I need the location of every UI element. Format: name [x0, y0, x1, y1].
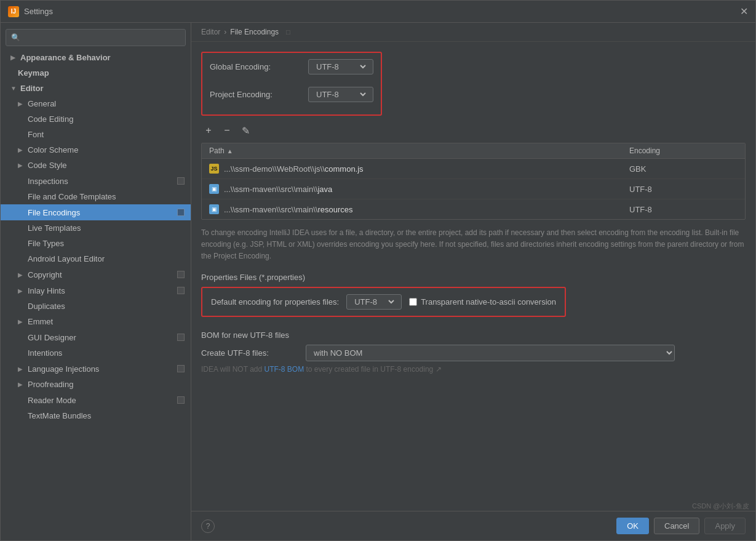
- sidebar-item-language-injections[interactable]: ▶ Language Injections: [1, 361, 191, 377]
- add-button[interactable]: +: [201, 123, 216, 138]
- sidebar-item-duplicates[interactable]: Duplicates: [1, 299, 191, 314]
- folder-icon: ▣: [209, 204, 219, 214]
- bom-row: Create UTF-8 files: with NO BOM with BOM: [201, 345, 746, 361]
- sidebar-item-file-code-templates[interactable]: File and Code Templates: [1, 189, 191, 204]
- search-box[interactable]: 🔍: [6, 29, 186, 46]
- panel-content: Global Encoding: UTF-8 GBK ISO-8859-1 Pr…: [191, 42, 755, 511]
- remove-button[interactable]: −: [220, 123, 234, 138]
- default-encoding-row: Default encoding for properties files: U…: [211, 294, 556, 310]
- badge-icon: [176, 270, 186, 279]
- global-encoding-dropdown[interactable]: UTF-8 GBK ISO-8859-1: [314, 62, 368, 72]
- column-header-path[interactable]: Path ▲: [202, 143, 622, 158]
- sidebar-item-font[interactable]: Font: [1, 127, 191, 142]
- default-encoding-label: Default encoding for properties files:: [211, 297, 339, 307]
- sidebar-item-intentions[interactable]: Intentions: [1, 345, 191, 361]
- sidebar-item-keymap[interactable]: Keymap: [1, 65, 191, 81]
- badge-icon: [176, 364, 186, 374]
- breadcrumb-icon: □: [286, 28, 290, 36]
- path-text: ...\\ssm-demo\\WebRoot\\js\\common.js: [224, 164, 364, 174]
- title-bar-left: IJ Settings: [8, 6, 53, 17]
- app-icon: IJ: [8, 6, 19, 17]
- sidebar-item-appearance[interactable]: ▶ Appearance & Behavior: [1, 50, 191, 65]
- path-text: ...\\ssm-maven\\src\\main\\resources: [224, 205, 353, 214]
- global-encoding-label: Global Encoding:: [210, 62, 308, 71]
- transparent-label[interactable]: Transparent native-to-ascii conversion: [421, 297, 556, 307]
- badge-icon: [176, 395, 186, 405]
- expand-icon: ▶: [18, 381, 25, 388]
- default-encoding-select[interactable]: UTF-8 GBK: [346, 294, 402, 310]
- sidebar-item-textmate[interactable]: TextMate Bundles: [1, 408, 191, 423]
- ok-button[interactable]: OK: [616, 518, 649, 534]
- table-row[interactable]: ▣ ...\\ssm-maven\\src\\main\\resources U…: [202, 199, 745, 219]
- expand-icon: ▶: [18, 318, 25, 325]
- sidebar-item-reader-mode[interactable]: Reader Mode: [1, 392, 191, 408]
- sidebar-item-proofreading[interactable]: ▶ Proofreading: [1, 377, 191, 392]
- sidebar-item-file-encodings[interactable]: File Encodings: [1, 204, 191, 220]
- sidebar-item-gui-designer[interactable]: GUI Designer: [1, 329, 191, 345]
- dialog-title: Settings: [24, 7, 53, 16]
- apply-button[interactable]: Apply: [704, 518, 746, 534]
- global-encoding-select[interactable]: UTF-8 GBK ISO-8859-1: [308, 59, 373, 74]
- help-button[interactable]: ?: [201, 519, 215, 533]
- badge-icon: [176, 207, 186, 217]
- expand-icon: ▼: [10, 85, 18, 92]
- sort-icon: ▲: [227, 148, 233, 154]
- properties-section-title: Properties Files (*.properties): [201, 273, 746, 282]
- search-input[interactable]: [24, 33, 180, 42]
- sidebar-item-code-style[interactable]: ▶ Code Style: [1, 158, 191, 173]
- encoding-group: Global Encoding: UTF-8 GBK ISO-8859-1 Pr…: [201, 52, 382, 116]
- encoding-cell: UTF-8: [622, 203, 745, 216]
- sidebar-item-android-layout[interactable]: Android Layout Editor: [1, 251, 191, 266]
- bom-select[interactable]: with NO BOM with BOM: [306, 345, 675, 361]
- expand-icon: ▶: [18, 162, 25, 169]
- path-text: ...\\ssm-maven\\src\\main\\java: [224, 185, 332, 194]
- project-encoding-select[interactable]: UTF-8 GBK ISO-8859-1: [308, 87, 373, 102]
- sidebar-item-inlay-hints[interactable]: ▶ Inlay Hints: [1, 283, 191, 299]
- sidebar-item-inspections[interactable]: Inspections: [1, 173, 191, 189]
- cancel-button[interactable]: Cancel: [654, 518, 699, 534]
- table-header: Path ▲ Encoding: [202, 143, 745, 159]
- toolbar-row: + − ✎: [201, 123, 746, 138]
- info-text: To change encoding IntelliJ IDEA uses fo…: [201, 227, 746, 263]
- encoding-table: Path ▲ Encoding JS: [201, 143, 746, 220]
- breadcrumb: Editor › File Encodings □: [191, 23, 755, 42]
- badge-icon: [176, 176, 186, 186]
- search-icon: 🔍: [11, 33, 20, 42]
- sidebar-item-emmet[interactable]: ▶ Emmet: [1, 314, 191, 329]
- project-encoding-row: Project Encoding: UTF-8 GBK ISO-8859-1: [210, 87, 373, 102]
- bom-dropdown[interactable]: with NO BOM with BOM: [306, 345, 675, 361]
- project-encoding-dropdown[interactable]: UTF-8 GBK ISO-8859-1: [314, 89, 368, 100]
- breadcrumb-separator: ›: [224, 28, 226, 36]
- default-encoding-dropdown[interactable]: UTF-8 GBK: [352, 297, 396, 307]
- sidebar-item-file-types[interactable]: File Types: [1, 236, 191, 251]
- content-area: 🔍 ▶ Appearance & Behavior Keymap ▼ Edito…: [1, 23, 755, 540]
- sidebar-item-copyright[interactable]: ▶ Copyright: [1, 266, 191, 283]
- sidebar: 🔍 ▶ Appearance & Behavior Keymap ▼ Edito…: [1, 23, 191, 540]
- sidebar-item-general[interactable]: ▶ General: [1, 96, 191, 111]
- expand-icon: ▶: [18, 287, 25, 294]
- settings-dialog: IJ Settings ✕ 🔍 ▶ Appearance & Behavior …: [0, 0, 756, 541]
- project-encoding-label: Project Encoding:: [210, 90, 308, 99]
- sidebar-item-code-editing[interactable]: Code Editing: [1, 111, 191, 127]
- sidebar-item-live-templates[interactable]: Live Templates: [1, 220, 191, 236]
- column-header-encoding[interactable]: Encoding: [622, 143, 745, 158]
- expand-icon: ▶: [10, 54, 18, 61]
- transparent-checkbox[interactable]: [409, 298, 417, 306]
- edit-button[interactable]: ✎: [238, 123, 253, 138]
- expand-icon: ▶: [18, 100, 25, 107]
- path-cell: ▣ ...\\ssm-maven\\src\\main\\java: [202, 182, 622, 196]
- encoding-cell: UTF-8: [622, 183, 745, 196]
- title-bar: IJ Settings ✕: [1, 1, 755, 23]
- dialog-footer: ? OK Cancel Apply: [191, 511, 755, 540]
- file-icon: JS: [209, 164, 219, 174]
- sidebar-item-editor[interactable]: ▼ Editor: [1, 81, 191, 96]
- sidebar-item-color-scheme[interactable]: ▶ Color Scheme: [1, 142, 191, 158]
- close-button[interactable]: ✕: [740, 6, 748, 17]
- table-row[interactable]: JS ...\\ssm-demo\\WebRoot\\js\\common.js…: [202, 159, 745, 179]
- bom-section: BOM for new UTF-8 files Create UTF-8 fil…: [201, 331, 746, 374]
- expand-icon: ▶: [18, 271, 25, 278]
- utf8-bom-link[interactable]: UTF-8 BOM: [264, 365, 304, 374]
- table-row[interactable]: ▣ ...\\ssm-maven\\src\\main\\java UTF-8: [202, 179, 745, 199]
- path-cell: ▣ ...\\ssm-maven\\src\\main\\resources: [202, 202, 622, 216]
- bom-section-title: BOM for new UTF-8 files: [201, 331, 746, 340]
